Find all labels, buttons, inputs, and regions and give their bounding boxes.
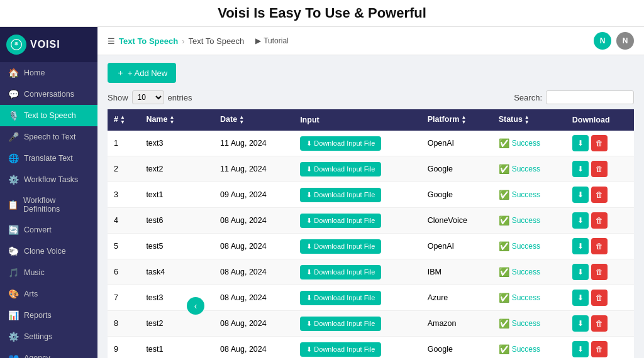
row-delete-button[interactable]: 🗑 bbox=[591, 341, 608, 357]
sidebar-item-translate-text[interactable]: 🌐Translate Text bbox=[0, 148, 97, 169]
search-input[interactable] bbox=[546, 90, 634, 104]
cell-num: 1 bbox=[108, 131, 140, 156]
row-delete-button[interactable]: 🗑 bbox=[591, 187, 608, 203]
sidebar-item-workflow-definitions[interactable]: 📋Workflow Definitions bbox=[0, 190, 97, 219]
add-new-button[interactable]: ＋ + Add New bbox=[108, 63, 176, 83]
download-input-button[interactable]: ⬇ Download Input File bbox=[300, 136, 381, 151]
row-delete-button[interactable]: 🗑 bbox=[591, 264, 608, 280]
row-download-button[interactable]: ⬇ bbox=[572, 161, 589, 177]
download-input-button[interactable]: ⬇ Download Input File bbox=[300, 342, 381, 357]
row-download-button[interactable]: ⬇ bbox=[572, 290, 589, 306]
sidebar-logo: VOISI bbox=[0, 27, 97, 62]
cell-name: text2 bbox=[140, 156, 214, 182]
download-input-button[interactable]: ⬇ Download Input File bbox=[300, 188, 381, 202]
sidebar-item-settings[interactable]: ⚙️Settings bbox=[0, 326, 97, 347]
row-delete-button[interactable]: 🗑 bbox=[591, 212, 608, 229]
download-input-button[interactable]: ⬇ Download Input File bbox=[300, 317, 381, 331]
cell-num: 9 bbox=[108, 337, 140, 359]
cell-input: ⬇ Download Input File bbox=[294, 311, 421, 337]
sidebar-item-speech-to-text[interactable]: 🎤Speech to Text bbox=[0, 126, 97, 148]
col-#[interactable]: #▲▼ bbox=[108, 109, 140, 131]
row-download-button[interactable]: ⬇ bbox=[572, 238, 589, 254]
cell-num: 3 bbox=[108, 182, 140, 208]
sidebar-item-music[interactable]: 🎵Music bbox=[0, 262, 97, 283]
sidebar-item-reports[interactable]: 📊Reports bbox=[0, 305, 97, 326]
success-icon: ✅ bbox=[499, 164, 509, 174]
sidebar-item-workflow-tasks[interactable]: ⚙️Workflow Tasks bbox=[0, 169, 97, 190]
cell-name: test6 bbox=[140, 208, 214, 234]
cell-download: ⬇ 🗑 bbox=[566, 337, 634, 359]
col-date[interactable]: Date▲▼ bbox=[214, 109, 294, 131]
cell-platform: Amazon bbox=[421, 311, 492, 337]
cell-status: ✅ Success bbox=[492, 208, 566, 234]
cell-input: ⬇ Download Input File bbox=[294, 259, 421, 285]
row-download-button[interactable]: ⬇ bbox=[572, 187, 589, 203]
sidebar-label-clone-voice: Clone Voice bbox=[24, 247, 66, 256]
download-input-button[interactable]: ⬇ Download Input File bbox=[300, 239, 381, 254]
content-header: ☰ Text To Speech › Text To Speech ▶ Tuto… bbox=[97, 27, 644, 55]
entries-select[interactable]: 102550100 bbox=[132, 90, 164, 104]
cell-platform: Google bbox=[421, 156, 492, 182]
sidebar-label-music: Music bbox=[24, 268, 45, 277]
table-controls: Show 102550100 entries Search: bbox=[108, 90, 634, 104]
cell-date: 09 Aug, 2024 bbox=[214, 182, 294, 208]
sidebar-collapse-button[interactable]: ‹ bbox=[187, 297, 204, 315]
download-input-button[interactable]: ⬇ Download Input File bbox=[300, 291, 381, 305]
cell-status: ✅ Success bbox=[492, 311, 566, 337]
cell-input: ⬇ Download Input File bbox=[294, 208, 421, 234]
row-download-button[interactable]: ⬇ bbox=[572, 135, 589, 151]
sidebar-item-home[interactable]: 🏠Home bbox=[0, 62, 97, 84]
search-label: Search: bbox=[514, 93, 542, 102]
sidebar-label-reports: Reports bbox=[24, 311, 52, 320]
col-name[interactable]: Name▲▼ bbox=[140, 109, 214, 131]
cell-name: test1 bbox=[140, 337, 214, 359]
col-platform[interactable]: Platform▲▼ bbox=[421, 109, 492, 131]
col-input[interactable]: Input bbox=[294, 109, 421, 131]
cell-download: ⬇ 🗑 bbox=[566, 311, 634, 337]
cell-status: ✅ Success bbox=[492, 131, 566, 156]
sidebar-items-container: 🏠Home💬Conversations🎙️Text to Speech🎤Spee… bbox=[0, 62, 97, 358]
success-icon: ✅ bbox=[499, 241, 509, 251]
download-input-button[interactable]: ⬇ Download Input File bbox=[300, 162, 381, 176]
sidebar-item-convert[interactable]: 🔄Convert bbox=[0, 219, 97, 241]
row-download-button[interactable]: ⬇ bbox=[572, 212, 589, 229]
cell-date: 08 Aug, 2024 bbox=[214, 208, 294, 234]
cell-date: 08 Aug, 2024 bbox=[214, 311, 294, 337]
sidebar-label-text-to-speech: Text to Speech bbox=[24, 111, 76, 120]
status-text: Success bbox=[512, 190, 540, 199]
cell-input: ⬇ Download Input File bbox=[294, 285, 421, 311]
download-input-button[interactable]: ⬇ Download Input File bbox=[300, 265, 381, 279]
col-status[interactable]: Status▲▼ bbox=[492, 109, 566, 131]
settings-icon: ⚙️ bbox=[8, 332, 19, 342]
agency-icon: 👥 bbox=[8, 353, 19, 358]
table-row: 2 text2 11 Aug, 2024 ⬇ Download Input Fi… bbox=[108, 156, 634, 182]
cell-platform: OpenAI bbox=[421, 131, 492, 156]
col-download[interactable]: Download bbox=[566, 109, 634, 131]
cell-num: 2 bbox=[108, 156, 140, 182]
cell-name: test5 bbox=[140, 234, 214, 259]
sidebar-item-text-to-speech[interactable]: 🎙️Text to Speech bbox=[0, 105, 97, 126]
row-download-button[interactable]: ⬇ bbox=[572, 264, 589, 280]
cell-date: 08 Aug, 2024 bbox=[214, 337, 294, 359]
row-delete-button[interactable]: 🗑 bbox=[591, 315, 608, 332]
row-delete-button[interactable]: 🗑 bbox=[591, 135, 608, 151]
tutorial-btn[interactable]: ▶ Tutorial bbox=[255, 36, 289, 45]
home-icon: 🏠 bbox=[8, 68, 19, 78]
success-icon: ✅ bbox=[499, 190, 509, 200]
cell-status: ✅ Success bbox=[492, 337, 566, 359]
cell-input: ⬇ Download Input File bbox=[294, 156, 421, 182]
download-input-button[interactable]: ⬇ Download Input File bbox=[300, 214, 381, 228]
sidebar-item-arts[interactable]: 🎨Arts bbox=[0, 283, 97, 305]
row-delete-button[interactable]: 🗑 bbox=[591, 238, 608, 254]
row-download-button[interactable]: ⬇ bbox=[572, 315, 589, 332]
sidebar-item-conversations[interactable]: 💬Conversations bbox=[0, 84, 97, 105]
row-download-button[interactable]: ⬇ bbox=[572, 341, 589, 357]
sidebar-item-agency[interactable]: 👥Agency bbox=[0, 347, 97, 358]
main-content: ☰ Text To Speech › Text To Speech ▶ Tuto… bbox=[97, 27, 644, 358]
cell-platform: Google bbox=[421, 337, 492, 359]
row-delete-button[interactable]: 🗑 bbox=[591, 290, 608, 306]
sidebar-item-clone-voice[interactable]: 🐑Clone Voice bbox=[0, 241, 97, 262]
plus-icon: ＋ bbox=[116, 67, 125, 79]
row-delete-button[interactable]: 🗑 bbox=[591, 161, 608, 177]
entries-label: entries bbox=[168, 93, 192, 102]
